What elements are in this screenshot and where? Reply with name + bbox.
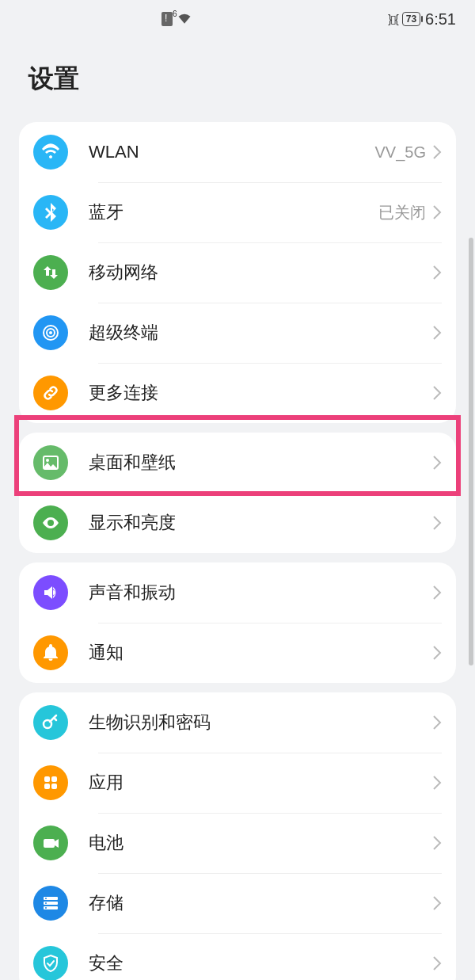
scroll-bar[interactable] <box>469 238 473 665</box>
chevron-right-icon <box>432 585 442 601</box>
row-label: 超级终端 <box>89 321 432 345</box>
settings-row-mobile[interactable]: 移动网络 <box>19 242 456 303</box>
svg-rect-11 <box>44 839 55 848</box>
row-label: 生物识别和密码 <box>89 711 432 734</box>
bt-icon <box>33 195 68 230</box>
row-label: 桌面和壁纸 <box>89 451 432 475</box>
chevron-right-icon <box>432 385 442 401</box>
settings-row-wlan[interactable]: WLANVV_5G <box>19 122 456 182</box>
wifi-icon <box>33 135 68 170</box>
settings-row-wallpaper[interactable]: 桌面和壁纸 <box>19 433 456 493</box>
bell-icon <box>33 635 68 670</box>
svg-point-5 <box>49 521 52 524</box>
svg-point-17 <box>45 907 47 909</box>
settings-row-display[interactable]: 显示和亮度 <box>19 493 456 553</box>
chevron-right-icon <box>432 955 442 971</box>
settings-row-battery[interactable]: 电池 <box>19 813 456 873</box>
svg-point-15 <box>45 898 47 899</box>
wifi-status-icon: 6 <box>177 13 192 26</box>
row-label: 更多连接 <box>89 381 432 405</box>
chevron-right-icon <box>432 895 442 911</box>
row-value: 已关闭 <box>378 202 426 223</box>
shield-icon <box>33 946 68 980</box>
row-label: 存储 <box>89 891 432 915</box>
storage-icon <box>33 886 68 921</box>
settings-row-bluetooth[interactable]: 蓝牙已关闭 <box>19 182 456 242</box>
chevron-right-icon <box>432 835 442 851</box>
link-icon <box>33 376 68 410</box>
chevron-right-icon <box>432 515 442 531</box>
settings-row-superdevice[interactable]: 超级终端 <box>19 303 456 363</box>
settings-list: WLANVV_5G蓝牙已关闭移动网络超级终端更多连接桌面和壁纸显示和亮度声音和振… <box>0 122 475 980</box>
arrows-icon <box>33 255 68 290</box>
chevron-right-icon <box>432 325 442 341</box>
svg-rect-9 <box>44 784 50 789</box>
settings-row-notify[interactable]: 通知 <box>19 623 456 683</box>
row-label: 电池 <box>89 831 432 855</box>
chevron-right-icon <box>432 204 442 220</box>
settings-row-biometric[interactable]: 生物识别和密码 <box>19 692 456 753</box>
row-label: 显示和亮度 <box>89 511 432 535</box>
row-label: 安全 <box>89 951 432 975</box>
svg-point-4 <box>46 459 49 462</box>
settings-row-security[interactable]: 安全 <box>19 933 456 980</box>
row-label: 移动网络 <box>89 261 432 284</box>
row-label: WLAN <box>89 142 375 162</box>
svg-rect-10 <box>51 784 57 789</box>
settings-group: 桌面和壁纸显示和亮度 <box>19 433 456 553</box>
chevron-right-icon <box>432 775 442 791</box>
svg-rect-7 <box>44 776 50 782</box>
chevron-right-icon <box>432 715 442 730</box>
chevron-right-icon <box>432 645 442 661</box>
page-title: 设置 <box>0 38 475 112</box>
vibrate-icon: }▯{ <box>388 13 397 25</box>
chevron-right-icon <box>432 144 442 160</box>
camera-icon <box>33 826 68 860</box>
settings-group: 生物识别和密码应用电池存储安全 <box>19 692 456 980</box>
status-bar: 6 }▯{ 73 6:51 <box>0 0 475 38</box>
row-label: 通知 <box>89 641 432 665</box>
settings-group: WLANVV_5G蓝牙已关闭移动网络超级终端更多连接 <box>19 122 456 423</box>
svg-point-2 <box>49 331 52 334</box>
chevron-right-icon <box>432 455 442 471</box>
chevron-right-icon <box>432 265 442 280</box>
battery-icon: 73 <box>402 12 420 26</box>
image-icon <box>33 445 68 480</box>
svg-point-16 <box>45 902 47 904</box>
settings-row-storage[interactable]: 存储 <box>19 873 456 933</box>
row-label: 蓝牙 <box>89 200 378 224</box>
key-icon <box>33 705 68 740</box>
target-icon <box>33 315 68 350</box>
settings-row-sound[interactable]: 声音和振动 <box>19 562 456 623</box>
clock: 6:51 <box>425 10 456 29</box>
settings-row-more[interactable]: 更多连接 <box>19 363 456 423</box>
settings-row-apps[interactable]: 应用 <box>19 753 456 813</box>
grid-icon <box>33 765 68 800</box>
row-label: 声音和振动 <box>89 581 432 604</box>
eye-icon <box>33 505 68 540</box>
sim-warning-icon <box>162 12 173 26</box>
svg-rect-8 <box>51 776 57 782</box>
row-label: 应用 <box>89 771 432 795</box>
sound-icon <box>33 575 68 610</box>
row-value: VV_5G <box>375 143 426 162</box>
settings-group: 声音和振动通知 <box>19 562 456 683</box>
